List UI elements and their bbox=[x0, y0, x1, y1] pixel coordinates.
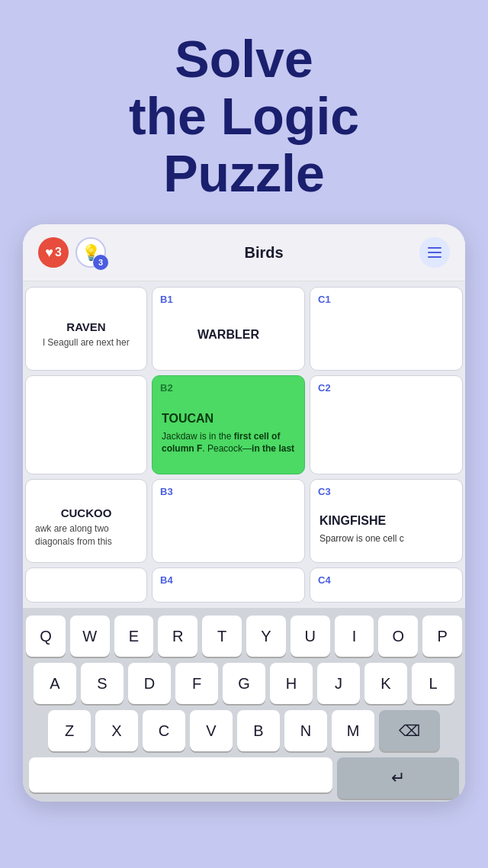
cell-c3[interactable]: C3 KINGFISHE Sparrow is one cell c bbox=[310, 479, 463, 563]
key-m[interactable]: M bbox=[332, 710, 374, 751]
key-k[interactable]: K bbox=[364, 663, 407, 704]
hint-count: 3 bbox=[93, 255, 108, 270]
clue-bird-name-raven: RAVEN bbox=[66, 320, 105, 333]
clue-text-b2: Jackdaw is in the first cell of column F… bbox=[162, 430, 295, 456]
grid-row-1: RAVEN l Seagull are next her B1 WARBLER … bbox=[23, 285, 465, 373]
key-x[interactable]: X bbox=[95, 710, 138, 751]
clue-bird-name-cuckoo: CUCKOO bbox=[61, 506, 112, 519]
lives-count: 3 bbox=[55, 246, 62, 259]
clue-text-cuckoo: awk are along two diagonals from this bbox=[35, 522, 137, 548]
grid-row-4: B4 C4 bbox=[23, 565, 465, 605]
menu-line bbox=[428, 252, 441, 253]
grid-row-3: CUCKOO awk are along two diagonals from … bbox=[23, 477, 465, 565]
keyboard-row-3: Z X C V B N M ⌫ bbox=[26, 710, 462, 751]
cell-c1[interactable]: C1 bbox=[310, 287, 463, 371]
left-clue-cell-1: RAVEN l Seagull are next her bbox=[25, 287, 147, 371]
menu-line bbox=[428, 247, 441, 249]
cell-b2[interactable]: B2 TOUCAN Jackdaw is in the first cell o… bbox=[152, 375, 305, 474]
cell-b4[interactable]: B4 bbox=[152, 567, 305, 603]
key-g[interactable]: G bbox=[223, 663, 265, 704]
app-title: Birds bbox=[244, 244, 283, 262]
cell-label-c1: C1 bbox=[318, 294, 331, 305]
key-v[interactable]: V bbox=[190, 710, 233, 751]
key-u[interactable]: U bbox=[291, 616, 330, 657]
menu-button[interactable] bbox=[419, 237, 450, 268]
keyboard-row-2: A S D F G H J K L bbox=[26, 663, 462, 704]
key-f[interactable]: F bbox=[175, 663, 218, 704]
cell-label-c3: C3 bbox=[318, 486, 331, 497]
key-l[interactable]: L bbox=[412, 663, 454, 704]
bird-name-c3: KINGFISHE bbox=[319, 514, 386, 528]
app-header: 3 💡 3 Birds bbox=[23, 224, 465, 281]
keyboard-row-1: Q W E R T Y U I O P bbox=[26, 616, 462, 657]
key-j[interactable]: J bbox=[317, 663, 360, 704]
bird-name-b2: TOUCAN bbox=[162, 412, 214, 426]
hint-badge[interactable]: 💡 3 bbox=[73, 235, 108, 270]
spacebar-key[interactable] bbox=[29, 757, 332, 792]
key-c[interactable]: C bbox=[143, 710, 185, 751]
key-q[interactable]: Q bbox=[26, 616, 66, 657]
key-e[interactable]: E bbox=[114, 616, 154, 657]
key-y[interactable]: Y bbox=[246, 616, 286, 657]
cell-label-c2: C2 bbox=[318, 382, 331, 394]
key-o[interactable]: O bbox=[378, 616, 418, 657]
grid-row-2: B2 TOUCAN Jackdaw is in the first cell o… bbox=[23, 373, 465, 477]
key-w[interactable]: W bbox=[70, 616, 110, 657]
key-t[interactable]: T bbox=[202, 616, 242, 657]
cell-label-b3: B3 bbox=[160, 486, 173, 497]
key-n[interactable]: N bbox=[284, 710, 327, 751]
cell-c2[interactable]: C2 bbox=[310, 375, 463, 474]
bird-name-b1: WARBLER bbox=[197, 328, 259, 342]
key-a[interactable]: A bbox=[34, 663, 76, 704]
cell-label-c4: C4 bbox=[318, 574, 331, 586]
key-i[interactable]: I bbox=[335, 616, 374, 657]
key-p[interactable]: P bbox=[422, 616, 462, 657]
cell-label-b2: B2 bbox=[160, 382, 173, 394]
keyboard: Q W E R T Y U I O P A S D F G H J K L Z … bbox=[23, 608, 465, 802]
left-clue-cell-3: CUCKOO awk are along two diagonals from … bbox=[25, 479, 147, 563]
puzzle-grid: RAVEN l Seagull are next her B1 WARBLER … bbox=[23, 281, 465, 608]
keyboard-bottom-row: ↵ bbox=[26, 757, 462, 799]
left-clue-cell-2 bbox=[25, 375, 147, 474]
cell-b1[interactable]: B1 WARBLER bbox=[152, 287, 305, 371]
cell-label-b4: B4 bbox=[160, 574, 173, 586]
cell-label-b1: B1 bbox=[160, 294, 173, 305]
clue-text-c3: Sparrow is one cell c bbox=[319, 532, 404, 545]
key-r[interactable]: R bbox=[158, 616, 197, 657]
backspace-key[interactable]: ⌫ bbox=[379, 710, 440, 751]
hero-section: Solve the Logic Puzzle bbox=[0, 0, 488, 224]
return-key[interactable]: ↵ bbox=[337, 757, 459, 799]
key-h[interactable]: H bbox=[270, 663, 313, 704]
header-left: 3 💡 3 bbox=[38, 235, 108, 270]
hero-title: Solve the Logic Puzzle bbox=[46, 31, 442, 201]
app-card: 3 💡 3 Birds RAVEN l Seagull are next her bbox=[23, 224, 465, 802]
key-d[interactable]: D bbox=[128, 663, 171, 704]
lives-badge: 3 bbox=[38, 237, 69, 268]
key-b[interactable]: B bbox=[237, 710, 280, 751]
cell-b3[interactable]: B3 bbox=[152, 479, 305, 563]
key-s[interactable]: S bbox=[81, 663, 124, 704]
clue-text-raven: l Seagull are next her bbox=[43, 336, 129, 349]
left-clue-cell-4 bbox=[25, 567, 147, 603]
menu-line bbox=[428, 256, 441, 258]
key-z[interactable]: Z bbox=[48, 710, 91, 751]
cell-c4[interactable]: C4 bbox=[310, 567, 463, 603]
